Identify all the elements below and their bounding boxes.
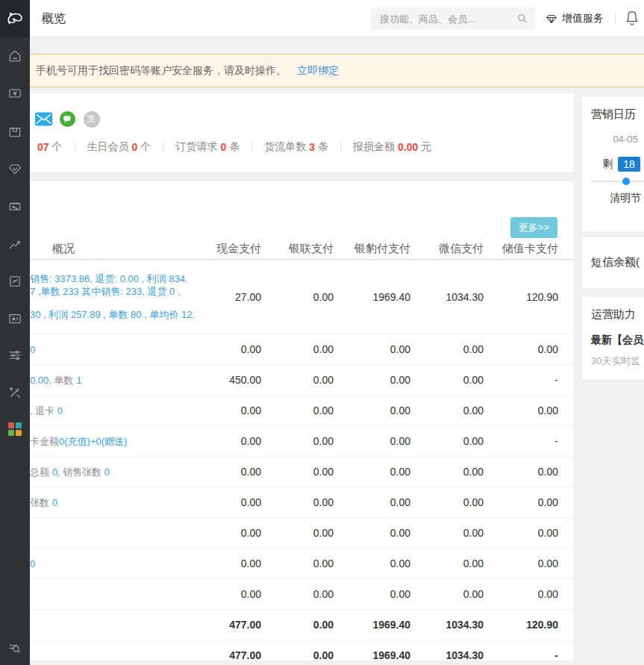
row-label-link[interactable]: 0.00, <box>30 375 51 386</box>
channel-icons: 支 <box>35 110 100 128</box>
report-board-icon <box>7 274 22 289</box>
wechat-icon[interactable] <box>59 110 76 128</box>
search-input[interactable] <box>371 7 535 30</box>
calendar-title: 营销日历 <box>582 97 644 122</box>
cell-value: 1969.40 <box>334 649 410 661</box>
row-label: 0 <box>30 343 209 356</box>
festival-label: 清明节 <box>582 192 644 205</box>
table-body: 销售: 3373.86, 退货: 0.00 , 利润 834.7 ,单数 233… <box>30 260 573 661</box>
stat-label: 货流单数 <box>264 140 306 154</box>
cell-value: 0.00 <box>261 527 334 539</box>
row-label: 销售: 3373.86, 退货: 0.00 , 利润 834.7 ,单数 233… <box>30 272 209 321</box>
vas-label: 增值服务 <box>562 12 604 25</box>
row-label-text: 卡金额 <box>30 436 59 447</box>
row-label-text: , 退卡 <box>30 405 57 416</box>
value-added-services-button[interactable]: 增值服务 <box>545 0 604 37</box>
table-header-row: 概况 现金支付 银联支付 银豹付支付 微信支付 储值卡支付 <box>30 239 573 260</box>
row-label-link[interactable]: 0 <box>30 344 35 355</box>
stats-divider <box>251 142 252 152</box>
cell-value: 477.00 <box>209 649 261 661</box>
sidebar-item-inventory[interactable] <box>0 116 30 146</box>
row-label-link[interactable]: 0 <box>104 466 110 478</box>
cell-value: 0.00 <box>261 558 334 569</box>
design-tools-icon <box>7 385 22 400</box>
vas-diamond-icon <box>545 12 558 25</box>
cell-value: 0.00 <box>334 588 410 600</box>
sidebar-item-home[interactable] <box>0 41 30 71</box>
cell-value: 0.00 <box>410 558 484 569</box>
cell-value: 0.00 <box>209 405 261 416</box>
cell-value: - <box>484 649 558 661</box>
stat-value: 0.00 <box>398 141 418 153</box>
cell-value: 1034.30 <box>410 649 484 661</box>
sidebar-item-promotion[interactable] <box>0 191 30 221</box>
cell-value: 0.00 <box>410 496 484 508</box>
cell-value: 0.00 <box>209 466 261 478</box>
stat-unit: 个 <box>140 140 151 154</box>
menu-search-icon <box>7 640 22 655</box>
cell-value: 0.00 <box>261 496 334 508</box>
overview-block: 支 07个生日会员0个订货请求0条货流单数3条报损金额0.00元 <box>30 93 573 172</box>
table-row: 0.000.000.000.000.00 <box>30 518 573 549</box>
sidebar-item-app-center[interactable] <box>0 414 30 444</box>
cell-value: 1969.40 <box>334 291 410 303</box>
diamond-icon <box>7 161 22 176</box>
cell-value: 1034.30 <box>410 291 484 303</box>
email-icon[interactable] <box>35 110 52 128</box>
sidebar-item-analytics[interactable] <box>0 229 30 259</box>
bell-icon <box>624 9 640 27</box>
search-icon <box>516 13 528 25</box>
cell-value: 0.00 <box>410 343 484 355</box>
row-label-link[interactable]: 0(充值)+0(赠送) <box>59 436 127 447</box>
sidebar-item-membership[interactable] <box>0 154 30 184</box>
row-label-link[interactable]: 0 <box>57 405 63 416</box>
row-label: 0.00, 单数 1 <box>30 374 209 387</box>
row-label: 0 <box>30 558 209 570</box>
row-label: 卡金额0(充值)+0(赠送) <box>30 435 209 448</box>
row-label-text: 单数 <box>51 375 76 386</box>
stat-unit: 条 <box>229 140 240 154</box>
sidebar-item-report[interactable] <box>0 266 30 296</box>
stat-value: 0 <box>132 141 138 153</box>
calendar-slider-dot[interactable] <box>622 178 630 185</box>
row-label-link[interactable]: 30 , 利润 257.89 , 单数 80 , 单均价 12. <box>30 309 195 320</box>
banner-text: 手机号可用于找回密码等账户安全服务，请及时操作。 <box>36 64 287 76</box>
sidebar-item-cashier[interactable] <box>0 78 30 108</box>
row-label-link[interactable]: 0 <box>30 558 35 569</box>
cell-value: 0.00 <box>484 588 558 600</box>
app-logo[interactable] <box>0 0 30 37</box>
stat-label: 生日会员 <box>87 140 129 154</box>
stats-divider <box>163 142 163 152</box>
sidebar-item-settings[interactable] <box>0 340 30 370</box>
table-row: 张数 00.000.000.000.000.00 <box>30 487 573 518</box>
cell-value: 120.90 <box>484 291 558 303</box>
cell-value: 0.00 <box>410 374 484 386</box>
row-label: 张数 0 <box>30 496 209 509</box>
security-banner: 手机号可用于找回密码等账户安全服务，请及时操作。立即绑定 <box>30 54 644 87</box>
row-label-link[interactable]: 1 <box>76 375 81 386</box>
operations-headline[interactable]: 最新【会员 <box>591 334 644 347</box>
table-row: 00.000.000.000.000.00 <box>30 334 573 365</box>
operations-title: 运营助力 <box>582 297 644 322</box>
cell-value: 0.00 <box>261 649 334 661</box>
alipay-icon[interactable]: 支 <box>83 110 100 128</box>
row-label-link[interactable]: 销售: 3373.86, 退货: 0.00 , 利润 834. <box>30 273 188 284</box>
operations-subline: 30天实时监 <box>591 355 644 368</box>
sidebar-item-menu-search[interactable] <box>0 633 30 663</box>
operations-card: 运营助力 最新【会员 30天实时监 <box>582 297 644 379</box>
stats-divider <box>75 142 75 152</box>
notifications-button[interactable] <box>624 9 640 30</box>
cell-value: 0.00 <box>484 405 558 416</box>
sidebar-item-tools[interactable] <box>0 378 30 408</box>
column-header: 银豹付支付 <box>334 242 410 256</box>
calendar-slider[interactable] <box>591 181 644 182</box>
row-label-link[interactable]: 0 <box>52 497 57 508</box>
sidebar-item-staff[interactable] <box>0 304 30 334</box>
row-label-link[interactable]: 0, <box>52 466 60 478</box>
row-label-link[interactable]: 7 ,单数 233 其中销售: 233, 退货 0 , <box>30 286 181 297</box>
calendar-remaining: 剩 18 天 <box>582 157 644 172</box>
more-button[interactable]: 更多>> <box>510 217 557 238</box>
remain-prefix: 剩 <box>602 157 613 171</box>
bind-now-link[interactable]: 立即绑定 <box>297 64 339 76</box>
table-row: 477.000.001969.401034.30120.90 <box>30 610 573 640</box>
